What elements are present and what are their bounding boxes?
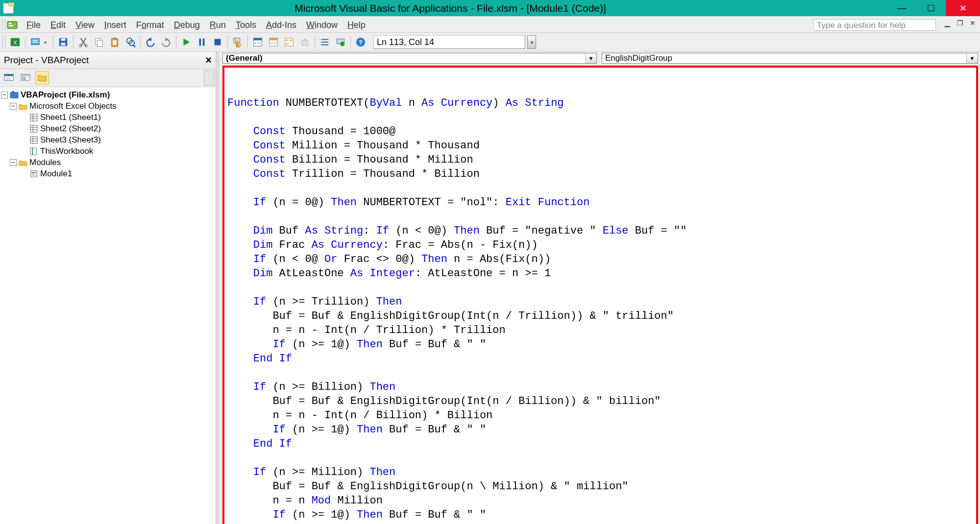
break-button[interactable] bbox=[195, 35, 209, 49]
project-icon bbox=[10, 91, 19, 99]
tree-root[interactable]: − VBAProject (File.xlsm) bbox=[1, 89, 215, 100]
project-close-button[interactable]: × bbox=[205, 54, 212, 67]
project-scrollbar[interactable] bbox=[204, 70, 215, 86]
tree-item-module1[interactable]: Module1 bbox=[11, 168, 215, 179]
mdi-restore-button[interactable]: ❐ bbox=[956, 19, 964, 27]
svg-marker-45 bbox=[319, 39, 320, 40]
tree-item-sheet2-label: Sheet2 (Sheet2) bbox=[40, 123, 101, 134]
help-button[interactable]: ? bbox=[354, 35, 368, 49]
menu-edit[interactable]: Edit bbox=[46, 19, 71, 31]
toggle-folders-button[interactable] bbox=[35, 71, 49, 85]
project-tree[interactable]: − VBAProject (File.xlsm) − Microsoft Exc… bbox=[0, 87, 216, 524]
collapse-icon[interactable]: − bbox=[10, 103, 17, 110]
svg-rect-72 bbox=[32, 147, 33, 154]
redo-button[interactable] bbox=[159, 35, 173, 49]
menu-addins[interactable]: Add-Ins bbox=[261, 19, 301, 31]
svg-text:?: ? bbox=[359, 39, 363, 46]
menu-tools[interactable]: Tools bbox=[231, 19, 261, 31]
reset-button[interactable] bbox=[211, 35, 224, 49]
tree-item-sheet3-label: Sheet3 (Sheet3) bbox=[40, 134, 101, 145]
menu-insert[interactable]: Insert bbox=[99, 19, 131, 31]
object-browser-button[interactable] bbox=[282, 35, 296, 49]
folder-icon bbox=[19, 159, 27, 167]
menu-run[interactable]: Run bbox=[205, 19, 231, 31]
window-controls: — ☐ ✕ bbox=[887, 0, 980, 16]
svg-rect-59 bbox=[30, 114, 37, 120]
toolbar-grip[interactable] bbox=[2, 35, 5, 49]
tree-item-sheet1[interactable]: Sheet1 (Sheet1) bbox=[11, 112, 215, 123]
location-dropdown-arrow-icon[interactable]: ▾ bbox=[527, 35, 536, 49]
tree-folder-modules-label: Modules bbox=[29, 157, 61, 168]
run-button[interactable] bbox=[179, 35, 193, 49]
svg-rect-40 bbox=[290, 40, 293, 42]
menu-help[interactable]: Help bbox=[343, 19, 370, 31]
svg-text:X: X bbox=[13, 40, 17, 46]
mdi-minimize-button[interactable]: ▁ bbox=[943, 19, 952, 27]
cursor-location-box[interactable]: Ln 113, Col 14 bbox=[373, 35, 525, 49]
copy-button[interactable] bbox=[92, 35, 106, 49]
view-code-button[interactable] bbox=[2, 71, 16, 85]
close-button[interactable]: ✕ bbox=[946, 0, 980, 16]
project-header-title: Project - VBAProject bbox=[4, 55, 89, 66]
undo-button[interactable] bbox=[144, 35, 157, 49]
insert-module-button[interactable] bbox=[28, 35, 42, 49]
maximize-button[interactable]: ☐ bbox=[916, 0, 946, 16]
svg-rect-26 bbox=[203, 39, 205, 46]
menu-format[interactable]: Format bbox=[131, 19, 169, 31]
sheet-icon bbox=[29, 136, 38, 144]
project-explorer-button[interactable] bbox=[251, 35, 265, 49]
svg-line-21 bbox=[133, 45, 136, 48]
menu-file[interactable]: File bbox=[22, 19, 46, 31]
dropdown-arrow-icon: ▼ bbox=[585, 53, 596, 63]
design-mode-button[interactable] bbox=[231, 35, 245, 49]
mdi-close-button[interactable]: ✕ bbox=[968, 19, 977, 27]
tree-root-label: VBAProject (File.xlsm) bbox=[21, 89, 110, 100]
view-excel-button[interactable]: X bbox=[8, 35, 22, 49]
svg-rect-27 bbox=[215, 39, 221, 46]
procedure-dropdown-label: EnglishDigitGroup bbox=[605, 53, 672, 63]
svg-rect-18 bbox=[113, 40, 116, 45]
collapse-icon[interactable]: − bbox=[10, 159, 17, 166]
cut-button[interactable] bbox=[76, 35, 90, 49]
menu-view[interactable]: View bbox=[71, 19, 99, 31]
properties-window-button[interactable] bbox=[267, 35, 280, 49]
tree-folder-modules[interactable]: − Modules bbox=[1, 157, 215, 168]
svg-rect-25 bbox=[199, 39, 201, 46]
tree-folder-objects[interactable]: − Microsoft Excel Objects bbox=[1, 100, 215, 112]
tree-item-sheet2[interactable]: Sheet2 (Sheet2) bbox=[11, 123, 215, 134]
svg-rect-38 bbox=[285, 38, 294, 47]
svg-rect-11 bbox=[61, 43, 65, 46]
minimize-button[interactable]: — bbox=[887, 0, 916, 16]
find-button[interactable] bbox=[123, 35, 137, 49]
svg-rect-67 bbox=[30, 136, 37, 143]
titlebar: Microsoft Visual Basic for Applications … bbox=[0, 0, 980, 16]
bookmarks-button[interactable] bbox=[334, 35, 347, 49]
svg-rect-17 bbox=[113, 38, 116, 40]
svg-rect-35 bbox=[270, 38, 278, 41]
svg-rect-57 bbox=[10, 92, 18, 98]
insert-dropdown-arrow-icon[interactable]: ▾ bbox=[44, 40, 50, 45]
menu-debug[interactable]: Debug bbox=[169, 19, 205, 31]
code-editor[interactable]: Function NUMBERTOTEXT(ByVal n As Currenc… bbox=[222, 66, 978, 524]
tree-item-thisworkbook[interactable]: ThisWorkbook bbox=[11, 145, 215, 157]
paste-button[interactable] bbox=[108, 35, 122, 49]
tab-order-button[interactable] bbox=[318, 35, 332, 49]
app-title: Microsoft Visual Basic for Applications … bbox=[14, 2, 887, 14]
svg-rect-56 bbox=[23, 77, 25, 80]
dropdown-arrow-icon: ▼ bbox=[966, 53, 978, 63]
collapse-icon[interactable]: − bbox=[1, 92, 8, 98]
svg-rect-33 bbox=[257, 42, 261, 44]
view-object-button[interactable] bbox=[19, 71, 32, 85]
help-search-input[interactable]: Type a question for help bbox=[813, 19, 936, 31]
svg-rect-58 bbox=[12, 91, 14, 93]
object-dropdown[interactable]: (General) ▼ bbox=[222, 53, 597, 64]
save-button[interactable] bbox=[56, 35, 70, 49]
svg-rect-39 bbox=[286, 40, 289, 42]
tree-item-sheet3[interactable]: Sheet3 (Sheet3) bbox=[11, 134, 215, 145]
menu-window[interactable]: Window bbox=[301, 19, 343, 31]
procedure-dropdown[interactable]: EnglishDigitGroup ▼ bbox=[602, 53, 978, 64]
module-icon bbox=[29, 170, 38, 178]
tree-item-module1-label: Module1 bbox=[40, 168, 72, 179]
menubar-grip[interactable] bbox=[2, 20, 5, 30]
cursor-location-label: Ln 113, Col 14 bbox=[377, 37, 434, 48]
